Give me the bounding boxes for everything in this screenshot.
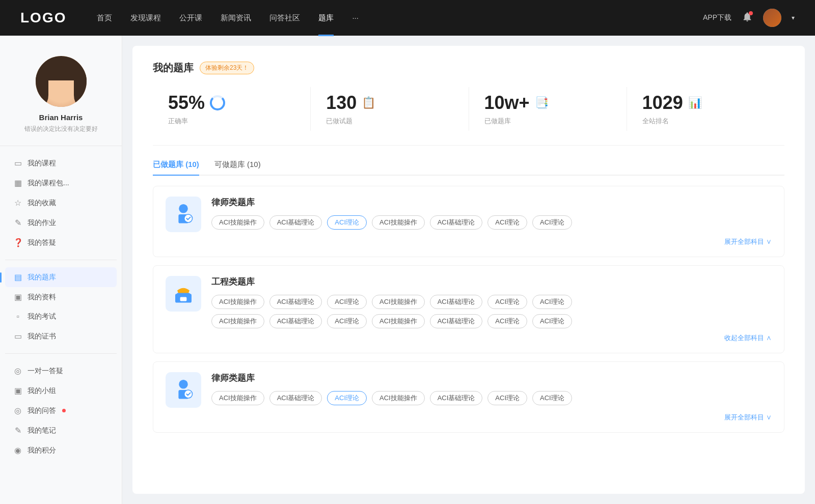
- tag-2-r2-5[interactable]: ACI基础理论: [430, 314, 483, 328]
- tag-3-3[interactable]: ACI理论: [327, 391, 367, 405]
- tag-2-6[interactable]: ACI理论: [487, 295, 527, 309]
- sidebar-item-notes[interactable]: ✎ 我的笔记: [5, 421, 117, 440]
- tag-3-5[interactable]: ACI基础理论: [430, 391, 483, 405]
- questions-icon: ❓: [13, 238, 22, 247]
- exams-icon: ▫: [13, 312, 22, 321]
- qbank-card-lawyer-2: 律师类题库 ACI技能操作 ACI基础理论 ACI理论 ACI技能操作 ACI基…: [153, 361, 784, 433]
- tag-2-r2-2[interactable]: ACI基础理论: [269, 314, 322, 328]
- favorites-label: 我的收藏: [28, 199, 56, 208]
- expand-link-3[interactable]: 展开全部科目 ∨: [724, 413, 772, 422]
- homework-icon: ✎: [13, 218, 22, 228]
- qbank-card-engineer: 工程类题库 ACI技能操作 ACI基础理论 ACI理论 ACI技能操作 ACI基…: [153, 265, 784, 353]
- sidebar-item-course-packages[interactable]: ▦ 我的课程包...: [5, 173, 117, 193]
- groups-label: 我的小组: [28, 386, 56, 396]
- tag-2-1[interactable]: ACI技能操作: [211, 295, 264, 309]
- qbank-3-body: 律师类题库 ACI技能操作 ACI基础理论 ACI理论 ACI技能操作 ACI基…: [211, 372, 772, 405]
- qbank-card-3-header: 律师类题库 ACI技能操作 ACI基础理论 ACI理论 ACI技能操作 ACI基…: [166, 372, 772, 408]
- avatar-face: [36, 56, 87, 107]
- tag-1-6[interactable]: ACI理论: [487, 215, 527, 230]
- svg-rect-5: [180, 297, 187, 301]
- nav-mooc[interactable]: 公开课: [179, 11, 202, 25]
- nav-more[interactable]: ···: [352, 11, 359, 25]
- user-avatar[interactable]: [763, 9, 781, 27]
- course-packages-icon: ▦: [13, 178, 22, 188]
- tag-3-4[interactable]: ACI技能操作: [372, 391, 425, 405]
- tab-available-banks[interactable]: 可做题库 (10): [214, 160, 261, 175]
- qbank-2-body: 工程类题库 ACI技能操作 ACI基础理论 ACI理论 ACI技能操作 ACI基…: [211, 276, 772, 328]
- stat-accuracy-value: 55%: [168, 92, 205, 114]
- sidebar-item-one-on-one[interactable]: ◎ 一对一答疑: [5, 361, 117, 381]
- user-dropdown-arrow[interactable]: ▾: [792, 14, 795, 21]
- tab-done-banks[interactable]: 已做题库 (10): [153, 160, 199, 175]
- qbank-2-footer: 收起全部科目 ∧: [166, 333, 772, 343]
- nav-news[interactable]: 新闻资讯: [221, 11, 251, 25]
- tag-2-3[interactable]: ACI理论: [327, 295, 367, 309]
- qbank-lawyer2-icon-wrap: [166, 372, 201, 408]
- tag-2-5[interactable]: ACI基础理论: [430, 295, 483, 309]
- my-qa-label: 我的问答: [28, 406, 56, 415]
- tag-1-7[interactable]: ACI理论: [532, 215, 572, 230]
- nav-question-bank[interactable]: 题库: [318, 11, 334, 25]
- tag-2-7[interactable]: ACI理论: [532, 295, 572, 309]
- tag-1-4[interactable]: ACI技能操作: [372, 215, 425, 230]
- expand-link-1[interactable]: 展开全部科目 ∨: [724, 237, 772, 246]
- main-content: 我的题库 体验剩余23天！ 55% 正确率 130 📋 已做试题: [132, 46, 805, 494]
- sidebar-item-exams[interactable]: ▫ 我的考试: [5, 307, 117, 326]
- sidebar-item-points[interactable]: ◉ 我的积分: [5, 440, 117, 460]
- tag-1-5[interactable]: ACI基础理论: [430, 215, 483, 230]
- stat-questions-value: 130: [326, 92, 357, 114]
- page-title: 我的题库: [153, 61, 194, 75]
- sidebar-item-question-bank[interactable]: ▤ 我的题库: [5, 267, 117, 287]
- svg-point-2: [184, 214, 193, 222]
- sidebar-item-groups[interactable]: ▣ 我的小组: [5, 381, 117, 401]
- nav-home[interactable]: 首页: [97, 11, 112, 25]
- logo[interactable]: LOGO: [20, 10, 66, 26]
- nav-discover[interactable]: 发现课程: [130, 11, 161, 25]
- sidebar-item-questions[interactable]: ❓ 我的答疑: [5, 233, 117, 253]
- sidebar-item-certificates[interactable]: ▭ 我的证书: [5, 326, 117, 346]
- tag-2-r2-4[interactable]: ACI技能操作: [372, 314, 425, 328]
- tag-1-3[interactable]: ACI理论: [327, 215, 367, 230]
- sidebar-item-my-courses[interactable]: ▭ 我的课程: [5, 153, 117, 173]
- avatar-image: [763, 9, 781, 27]
- tag-1-2[interactable]: ACI基础理论: [269, 215, 322, 230]
- collapse-link-2[interactable]: 收起全部科目 ∧: [724, 333, 772, 343]
- sidebar-item-my-qa[interactable]: ◎ 我的问答: [5, 401, 117, 421]
- qbank-card-1-header: 律师类题库 ACI技能操作 ACI基础理论 ACI理论 ACI技能操作 ACI基…: [166, 197, 772, 232]
- stat-ranking: 1029 📊 全站排名: [627, 87, 784, 131]
- lawyer-icon-2: [171, 378, 196, 402]
- sidebar: Brian Harris 错误的决定比没有决定要好 ▭ 我的课程 ▦ 我的课程包…: [0, 36, 122, 504]
- tag-3-2[interactable]: ACI基础理论: [269, 391, 322, 405]
- qbank-lawyer-icon-wrap: [166, 197, 201, 232]
- notification-bell[interactable]: [742, 11, 753, 24]
- qbank-3-title: 律师类题库: [211, 372, 772, 384]
- tag-2-2[interactable]: ACI基础理论: [269, 295, 322, 309]
- app-download-button[interactable]: APP下载: [703, 13, 731, 22]
- avatar-hair-side-right: [74, 74, 87, 104]
- tag-2-r2-7[interactable]: ACI理论: [532, 314, 572, 328]
- tag-2-4[interactable]: ACI技能操作: [372, 295, 425, 309]
- tag-3-6[interactable]: ACI理论: [487, 391, 527, 405]
- main-layout: Brian Harris 错误的决定比没有决定要好 ▭ 我的课程 ▦ 我的课程包…: [0, 36, 815, 504]
- header: LOGO 首页 发现课程 公开课 新闻资讯 问答社区 题库 ··· APP下载 …: [0, 0, 815, 36]
- sidebar-profile: Brian Harris 错误的决定比没有决定要好: [0, 46, 122, 138]
- tag-2-r2-6[interactable]: ACI理论: [487, 314, 527, 328]
- tag-2-r2-3[interactable]: ACI理论: [327, 314, 367, 328]
- sidebar-item-materials[interactable]: ▣ 我的资料: [5, 287, 117, 307]
- question-bank-icon: ▤: [13, 272, 22, 282]
- sidebar-divider-3: [5, 353, 117, 354]
- notes-label: 我的笔记: [28, 426, 56, 435]
- nav-qa[interactable]: 问答社区: [269, 11, 300, 25]
- qbank-3-tags: ACI技能操作 ACI基础理论 ACI理论 ACI技能操作 ACI基础理论 AC…: [211, 391, 772, 405]
- sidebar-item-favorites[interactable]: ☆ 我的收藏: [5, 193, 117, 213]
- tag-1-1[interactable]: ACI技能操作: [211, 215, 264, 230]
- avatar-hair-side-left: [36, 74, 48, 104]
- qbank-2-tags-row2: ACI技能操作 ACI基础理论 ACI理论 ACI技能操作 ACI基础理论 AC…: [211, 314, 772, 328]
- sidebar-item-homework[interactable]: ✎ 我的作业: [5, 213, 117, 233]
- tag-3-7[interactable]: ACI理论: [532, 391, 572, 405]
- stat-questions-top: 130 📋: [326, 92, 453, 114]
- qbank-1-tags: ACI技能操作 ACI基础理论 ACI理论 ACI技能操作 ACI基础理论 AC…: [211, 215, 772, 230]
- materials-icon: ▣: [13, 292, 22, 302]
- tag-2-r2-1[interactable]: ACI技能操作: [211, 314, 264, 328]
- tag-3-1[interactable]: ACI技能操作: [211, 391, 264, 405]
